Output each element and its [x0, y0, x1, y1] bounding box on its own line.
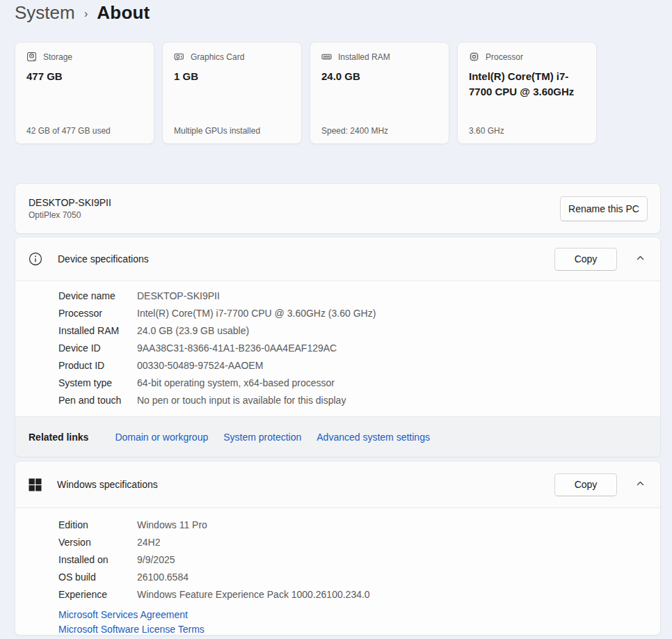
cpu-icon: [469, 52, 479, 62]
spec-value: Windows 11 Pro: [137, 516, 207, 534]
spec-row: System type 64-bit operating system, x64…: [58, 374, 646, 392]
spec-label: Device ID: [58, 340, 137, 357]
device-specifications-panel: Device specifications Copy Device name D…: [15, 237, 661, 457]
info-icon: [29, 252, 42, 266]
pc-identity: DESKTOP-SKI9PII OptiPlex 7050: [29, 197, 111, 220]
device-specs-copy-button[interactable]: Copy: [554, 248, 617, 271]
spec-label: Version: [58, 534, 137, 551]
microsoft-services-agreement-link[interactable]: Microsoft Services Agreement: [58, 608, 646, 622]
windows-specifications-panel: Windows specifications Copy Edition Wind…: [15, 461, 661, 636]
advanced-system-settings-link[interactable]: Advanced system settings: [317, 432, 430, 443]
card-value: 477 GB: [26, 69, 143, 84]
spec-value: DESKTOP-SKI9PII: [137, 287, 220, 305]
chevron-up-icon: [636, 480, 645, 488]
windows-specifications-title: Windows specifications: [57, 479, 554, 490]
page-title: About: [97, 2, 150, 24]
spec-label: OS build: [58, 569, 137, 586]
spec-value: Windows Feature Experience Pack 1000.261…: [137, 586, 370, 604]
card-value: 24.0 GB: [321, 69, 438, 84]
storage-icon: [26, 52, 37, 62]
card-caption: Speed: 2400 MHz: [321, 126, 388, 136]
card-caption: Multiple GPUs installed: [174, 126, 260, 136]
card-value: Intel(R) Core(TM) i7-7700 CPU @ 3.60GHz: [469, 69, 585, 100]
pc-model: OptiPlex 7050: [29, 210, 111, 220]
card-caption: 3.60 GHz: [469, 126, 504, 136]
pc-name-panel: DESKTOP-SKI9PII OptiPlex 7050 Rename thi…: [15, 183, 661, 234]
spec-row: Device ID 9AA38C31-8366-41A1-B236-0AA4EA…: [58, 340, 646, 357]
summary-cards: Storage 477 GB 42 GB of 477 GB used Grap…: [15, 42, 597, 144]
spec-value: Intel(R) Core(TM) i7-7700 CPU @ 3.60GHz …: [137, 305, 376, 322]
breadcrumb: System › About: [15, 2, 150, 24]
device-specifications-title: Device specifications: [58, 253, 554, 265]
spec-row: Experience Windows Feature Experience Pa…: [58, 586, 646, 604]
rename-pc-button[interactable]: Rename this PC: [560, 196, 648, 221]
processor-card: Processor Intel(R) Core(TM) i7-7700 CPU …: [457, 42, 597, 144]
windows-specifications-header[interactable]: Windows specifications Copy: [15, 462, 660, 507]
device-specifications-header[interactable]: Device specifications Copy: [15, 237, 660, 281]
gpu-icon: [174, 52, 184, 62]
domain-or-workgroup-link[interactable]: Domain or workgroup: [115, 432, 208, 443]
spec-row: Pen and touch No pen or touch input is a…: [58, 392, 646, 409]
spec-value: 26100.6584: [137, 569, 189, 586]
card-value: 1 GB: [174, 69, 290, 84]
spec-value: No pen or touch input is available for t…: [137, 392, 346, 409]
breadcrumb-system[interactable]: System: [15, 2, 75, 24]
related-links-label: Related links: [29, 432, 88, 443]
spec-row: Installed RAM 24.0 GB (23.9 GB usable): [58, 322, 646, 340]
spec-row: Version 24H2: [58, 534, 646, 551]
card-label: Storage: [43, 52, 72, 62]
microsoft-links: Microsoft Services Agreement Microsoft S…: [58, 608, 646, 636]
windows-specifications-body: Edition Windows 11 Pro Version 24H2 Inst…: [15, 507, 660, 636]
spec-row: Edition Windows 11 Pro: [58, 516, 646, 534]
spec-row: OS build 26100.6584: [58, 569, 646, 586]
graphics-card-card: Graphics Card 1 GB Multiple GPUs install…: [162, 42, 302, 144]
spec-label: Experience: [58, 586, 137, 604]
spec-row: Device name DESKTOP-SKI9PII: [58, 287, 646, 305]
spec-value: 00330-50489-97524-AAOEM: [137, 357, 263, 374]
spec-label: Installed on: [58, 551, 137, 569]
spec-value: 24.0 GB (23.9 GB usable): [137, 322, 249, 340]
settings-about-page: System › About Storage 477 GB 42 GB of 4…: [0, 0, 672, 639]
windows-logo-icon: [29, 478, 42, 491]
spec-row: Installed on 9/9/2025: [58, 551, 646, 569]
spec-value: 9AA38C31-8366-41A1-B236-0AA4EAF129AC: [137, 340, 337, 357]
ram-icon: [321, 52, 332, 62]
breadcrumb-chevron-icon: ›: [84, 7, 88, 21]
spec-label: Edition: [58, 516, 137, 534]
spec-row: Processor Intel(R) Core(TM) i7-7700 CPU …: [58, 305, 646, 322]
spec-label: System type: [58, 374, 137, 392]
chevron-up-icon: [636, 254, 645, 262]
spec-label: Pen and touch: [58, 392, 137, 409]
device-specifications-body: Device name DESKTOP-SKI9PII Processor In…: [15, 281, 660, 416]
microsoft-software-license-terms-link[interactable]: Microsoft Software License Terms: [58, 622, 646, 636]
storage-card: Storage 477 GB 42 GB of 477 GB used: [15, 42, 154, 144]
card-caption: 42 GB of 477 GB used: [26, 126, 111, 136]
system-protection-link[interactable]: System protection: [223, 432, 301, 443]
spec-value: 24H2: [137, 534, 160, 551]
installed-ram-card: Installed RAM 24.0 GB Speed: 2400 MHz: [310, 42, 449, 144]
device-specs-collapse-button[interactable]: [632, 251, 649, 267]
card-label: Graphics Card: [191, 52, 244, 62]
card-label: Installed RAM: [338, 52, 390, 62]
spec-value: 9/9/2025: [137, 551, 175, 569]
spec-label: Installed RAM: [58, 322, 137, 340]
windows-specs-copy-button[interactable]: Copy: [554, 473, 617, 496]
windows-specs-collapse-button[interactable]: [632, 477, 649, 493]
spec-row: Product ID 00330-50489-97524-AAOEM: [58, 357, 646, 374]
related-links-footer: Related links Domain or workgroup System…: [15, 416, 660, 457]
spec-value: 64-bit operating system, x64-based proce…: [137, 374, 335, 392]
spec-label: Device name: [58, 287, 137, 305]
spec-label: Product ID: [58, 357, 137, 374]
spec-label: Processor: [58, 305, 137, 322]
card-label: Processor: [486, 52, 523, 62]
pc-name: DESKTOP-SKI9PII: [29, 197, 111, 208]
